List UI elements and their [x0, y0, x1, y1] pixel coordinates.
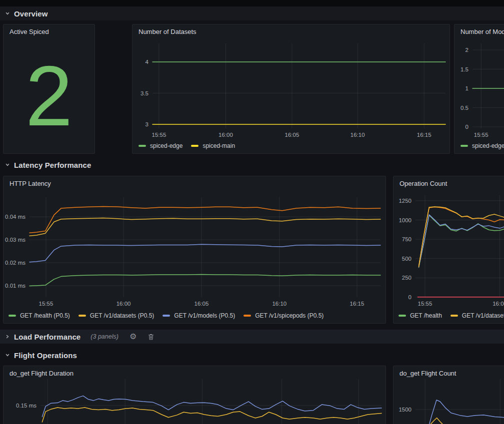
series-get-v1-models[interactable]: [419, 215, 504, 267]
section-title-latency[interactable]: Latency Performance: [14, 161, 91, 169]
section-row-overview[interactable]: Overview: [0, 6, 504, 20]
chart-svg: 15:5516:0016:0516:1016:1533.54: [132, 39, 450, 141]
chevron-down-icon[interactable]: [4, 10, 11, 16]
y-tick-label: 0.02 ms: [5, 260, 26, 266]
y-tick-label: 3: [146, 121, 148, 127]
panel-do-get-flight-count: do_get Flight Count 1500: [393, 366, 504, 424]
legend-swatch: [8, 315, 16, 317]
chart-svg: 0.15 ms: [4, 379, 386, 424]
chart-svg: 15:5516:0016:0516:1016:150.01 ms0.02 ms0…: [4, 191, 386, 310]
trash-icon[interactable]: [148, 333, 154, 341]
panel-title[interactable]: do_get Flight Count: [400, 370, 504, 377]
x-tick-label: 16:10: [272, 301, 286, 307]
http-latency-chart[interactable]: 15:5516:0016:0516:1016:150.01 ms0.02 ms0…: [4, 191, 386, 310]
http-latency-legend: GET /health (P0.5)GET /v1/datasets (P0.5…: [8, 310, 386, 321]
legend-item[interactable]: GET /v1/datasets (P0.5): [78, 312, 154, 319]
datasets-legend: spiced-edgespiced-main: [138, 140, 450, 151]
x-tick-label: 16:15: [417, 132, 432, 138]
y-tick-label: 4: [146, 59, 149, 65]
series-do-get-count-blue[interactable]: [430, 400, 504, 424]
series-get-v1-spicepods[interactable]: [419, 207, 504, 267]
legend-label: GET /health (P0.5): [20, 312, 70, 319]
series-get-v1-models-p0-5[interactable]: [30, 244, 380, 262]
series-get-v1-datasets[interactable]: [419, 207, 504, 266]
legend-label: GET /v1/datasets (P0.5): [90, 312, 154, 319]
panel-title[interactable]: Active Spiced: [10, 28, 90, 35]
panel-title[interactable]: HTTP Latency: [10, 180, 382, 187]
section-row-latency[interactable]: Latency Performance: [0, 158, 504, 172]
x-tick-label: 16:00: [116, 301, 131, 307]
chart-svg: 15:5516:0016:0516:10025050075010001250: [394, 191, 504, 310]
panel-title[interactable]: Operation Count: [400, 180, 504, 187]
legend-item[interactable]: GET /v1/datasets: [450, 312, 504, 319]
legend-swatch: [398, 315, 406, 317]
legend-item[interactable]: spiced-main: [191, 142, 235, 149]
legend-swatch: [450, 315, 458, 317]
models-legend: spiced-edge: [460, 140, 504, 151]
datasets-chart[interactable]: 15:5516:0016:0516:1016:1533.54: [132, 39, 450, 141]
chevron-down-icon[interactable]: [4, 352, 11, 358]
panel-http-latency: HTTP Latency 15:5516:0016:0516:1016:150.…: [3, 176, 386, 324]
legend-swatch: [78, 315, 86, 317]
x-tick-label: 16:05: [194, 301, 209, 307]
legend-label: spiced-edge: [150, 142, 182, 149]
legend-label: spiced-edge: [472, 142, 504, 149]
x-tick-label: 16:15: [350, 301, 364, 307]
series-do-get-p50-blue[interactable]: [42, 396, 382, 417]
legend-item[interactable]: spiced-edge: [138, 142, 182, 149]
legend-swatch: [191, 145, 198, 147]
operation-count-chart[interactable]: 15:5516:0016:0516:10025050075010001250: [394, 191, 504, 310]
chevron-right-icon[interactable]: [4, 334, 11, 340]
y-tick-label: 0.04 ms: [5, 214, 26, 220]
section-row-load[interactable]: Load Performance (3 panels) ⚙: [0, 330, 504, 344]
models-chart[interactable]: 15:5516:0016:0516:1000.511.52: [454, 39, 504, 141]
x-tick-label: 16:10: [350, 132, 365, 138]
panel-operation-count: Operation Count 15:5516:0016:0516:100250…: [393, 176, 504, 324]
x-tick-label: 16:00: [492, 301, 504, 307]
y-tick-label: 1000: [398, 217, 412, 223]
series-get-v1-spicepods-p0-5[interactable]: [30, 206, 380, 233]
series-do-get-count-yellow[interactable]: [430, 418, 504, 424]
legend-item[interactable]: GET /health (P0.5): [8, 312, 70, 319]
series-get-health-p0-5[interactable]: [30, 275, 380, 286]
legend-swatch: [244, 315, 251, 317]
panel-title[interactable]: do_get Flight Duration: [10, 370, 382, 377]
y-tick-label: 500: [402, 256, 412, 262]
legend-item[interactable]: GET /v1/spicepods (P0.5): [244, 312, 324, 319]
flight-count-chart[interactable]: 1500: [394, 379, 504, 424]
series-do-get-p50-yellow[interactable]: [42, 408, 382, 422]
legend-item[interactable]: GET /v1/models (P0.5): [162, 312, 235, 319]
x-tick-label: 15:55: [474, 132, 488, 138]
chart-svg: 15:5516:0016:0516:1000.511.52: [454, 39, 504, 141]
legend-label: GET /v1/datasets: [462, 312, 504, 319]
chart-svg: 1500: [394, 379, 504, 424]
series-get-v1-datasets-p0-5[interactable]: [30, 218, 380, 236]
x-tick-label: 15:55: [418, 301, 432, 307]
panel-title[interactable]: Number of Datasets: [138, 28, 446, 35]
flight-duration-chart[interactable]: 0.15 ms: [4, 379, 386, 424]
y-tick-label: 0.5: [460, 105, 468, 111]
x-tick-label: 15:55: [39, 301, 54, 307]
legend-item[interactable]: spiced-edge: [460, 142, 504, 149]
section-title-flight[interactable]: Flight Operations: [14, 351, 77, 360]
y-tick-label: 0.01 ms: [5, 283, 26, 289]
panels-count: (3 panels): [90, 333, 118, 340]
series-get-health[interactable]: [419, 215, 504, 268]
legend-label: GET /v1/spicepods (P0.5): [255, 312, 324, 319]
operation-count-legend: GET /healthGET /v1/datasets: [398, 310, 504, 321]
y-tick-label: 0.03 ms: [5, 237, 26, 243]
legend-label: GET /v1/models (P0.5): [174, 312, 235, 319]
gear-icon[interactable]: ⚙: [130, 333, 136, 341]
legend-label: spiced-main: [202, 142, 235, 149]
section-row-flight[interactable]: Flight Operations: [0, 348, 504, 362]
legend-item[interactable]: GET /health: [398, 312, 442, 319]
x-tick-label: 16:05: [285, 132, 300, 138]
legend-swatch: [162, 315, 170, 317]
x-tick-label: 15:55: [152, 132, 166, 138]
section-title-load[interactable]: Load Performance: [14, 333, 80, 341]
panel-title[interactable]: Number of Models: [460, 28, 504, 35]
y-tick-label: 3.5: [140, 90, 148, 96]
y-tick-label: 1.5: [460, 66, 468, 72]
section-title-overview[interactable]: Overview: [14, 9, 48, 18]
chevron-down-icon[interactable]: [4, 162, 11, 168]
